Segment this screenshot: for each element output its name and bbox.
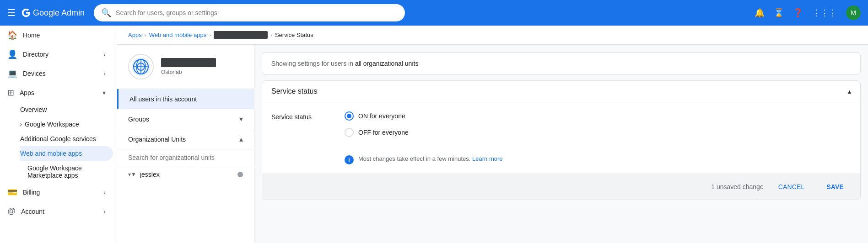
- web-mobile-label: Web and mobile apps: [20, 150, 82, 157]
- overview-label: Overview: [20, 106, 47, 113]
- sidebar-home-label: Home: [23, 32, 40, 39]
- sidebar-item-directory[interactable]: 👤 Directory ›: [0, 45, 113, 64]
- sidebar-item-billing[interactable]: 💳 Billing ›: [0, 183, 113, 202]
- sidebar-item-apps[interactable]: ⊞ Apps ▾: [0, 83, 113, 102]
- sidebar-item-overview[interactable]: Overview: [20, 102, 113, 117]
- sidebar-item-account[interactable]: @ Account ›: [0, 202, 113, 221]
- additional-google-label: Additional Google services: [20, 135, 96, 143]
- avatar[interactable]: M: [846, 5, 861, 20]
- radio-on-label: ON for everyone: [358, 112, 405, 120]
- sidebar-account-label: Account: [21, 208, 44, 215]
- info-banner: Showing settings for users in all organi…: [262, 52, 861, 75]
- app-logo: [128, 54, 154, 79]
- cancel-button[interactable]: CANCEL: [771, 180, 812, 194]
- sidebar-item-additional-google[interactable]: Additional Google services: [20, 132, 113, 146]
- info-note-text: Most changes take effect in a few minute…: [358, 155, 503, 162]
- breadcrumb-chevron-2: ›: [209, 32, 211, 38]
- home-icon: 🏠: [7, 30, 17, 40]
- support-icon[interactable]: ⌛: [774, 8, 784, 18]
- right-panel: Showing settings for users in all organi…: [254, 45, 868, 243]
- org-search-container: [117, 149, 254, 166]
- org-units-section-header[interactable]: Organizational Units ▴: [117, 129, 254, 149]
- groups-label: Groups: [128, 116, 149, 123]
- sidebar-apps-label: Apps: [20, 89, 34, 96]
- sidebar-item-web-mobile[interactable]: Web and mobile apps: [20, 146, 113, 161]
- breadcrumb-web-mobile[interactable]: Web and mobile apps: [149, 32, 207, 38]
- info-circle-icon: i: [345, 155, 354, 164]
- sidebar: 🏠 Home 👤 Directory › 💻 Devices › ⊞ Apps …: [0, 26, 117, 243]
- radio-off-label: OFF for everyone: [358, 129, 409, 136]
- org-item-status-dot: [237, 172, 243, 177]
- breadcrumb-current: Service Status: [275, 32, 313, 38]
- app-name-redacted: [161, 58, 216, 67]
- top-nav: ☰ Google Admin 🔍 🔔 ⌛ ❓ ⋮⋮⋮ M: [0, 0, 868, 26]
- app-info: Ostorlab: [161, 58, 216, 75]
- breadcrumb-chevron-3: ›: [270, 32, 272, 38]
- chevron-down-icon: ▾: [102, 89, 106, 96]
- devices-icon: 💻: [7, 69, 17, 79]
- bell-icon[interactable]: 🔔: [755, 8, 765, 18]
- info-note: i Most changes take effect in a few minu…: [345, 152, 503, 164]
- account-icon: @: [7, 206, 16, 216]
- breadcrumb: Apps › Web and mobile apps › › Service S…: [117, 26, 868, 45]
- app-brand-label: Ostorlab: [161, 69, 216, 75]
- apps-grid-icon: ⊞: [7, 88, 14, 98]
- breadcrumb-redacted: [214, 31, 268, 39]
- help-icon[interactable]: ❓: [793, 8, 803, 18]
- main-content: Apps › Web and mobile apps › › Service S…: [117, 26, 868, 243]
- search-input[interactable]: [116, 9, 398, 16]
- service-card: Service status ▴ Service status ON for e…: [262, 80, 861, 200]
- app-logo-svg: [131, 57, 151, 77]
- sidebar-apps-submenu: Overview › Google Workspace Additional G…: [0, 102, 117, 183]
- brand-logo: Google Admin: [21, 8, 85, 18]
- footer-bar: 1 unsaved change CANCEL SAVE: [262, 174, 860, 200]
- info-bold: all organizational units: [355, 60, 419, 67]
- radio-on-circle: [345, 111, 354, 121]
- radio-off-circle: [345, 128, 354, 137]
- apps-icon[interactable]: ⋮⋮⋮: [812, 8, 837, 18]
- sidebar-billing-label: Billing: [23, 189, 40, 196]
- service-card-title: Service status: [271, 87, 317, 95]
- chevron-right-icon: ›: [103, 70, 106, 77]
- save-button[interactable]: SAVE: [819, 180, 851, 194]
- breadcrumb-chevron-1: ›: [145, 32, 146, 38]
- sidebar-item-home[interactable]: 🏠 Home: [0, 26, 113, 45]
- groups-section-header[interactable]: Groups ▾: [117, 109, 254, 129]
- radio-options: ON for everyone OFF for everyone i Mos: [345, 111, 503, 164]
- sidebar-item-devices[interactable]: 💻 Devices ›: [0, 64, 113, 83]
- org-units-label: Organizational Units: [128, 136, 186, 143]
- radio-off[interactable]: OFF for everyone: [345, 128, 503, 137]
- sidebar-directory-label: Directory: [23, 51, 49, 58]
- all-users-label: All users in this account: [129, 95, 197, 103]
- service-row: Service status ON for everyone OFF for e…: [271, 111, 851, 164]
- org-item-name: jesslex: [140, 171, 160, 178]
- service-card-header[interactable]: Service status ▴: [262, 81, 860, 102]
- unsaved-label: 1 unsaved change: [711, 183, 763, 190]
- google-icon: [21, 8, 31, 18]
- groups-chevron-icon: ▾: [239, 115, 243, 123]
- search-bar[interactable]: 🔍: [94, 4, 405, 21]
- nav-icons: 🔔 ⌛ ❓ ⋮⋮⋮ M: [755, 5, 861, 20]
- search-icon: 🔍: [101, 8, 111, 18]
- org-expand-icon: ▾: [128, 171, 136, 178]
- breadcrumb-apps[interactable]: Apps: [128, 32, 142, 38]
- info-text: Showing settings for users in: [271, 60, 355, 67]
- menu-icon[interactable]: ☰: [7, 7, 16, 18]
- sidebar-item-marketplace[interactable]: Google Workspace Marketplace apps: [20, 161, 113, 183]
- sidebar-item-google-workspace[interactable]: › Google Workspace: [20, 117, 113, 132]
- org-search-input[interactable]: [128, 154, 243, 161]
- directory-icon: 👤: [7, 49, 17, 59]
- chevron-right-icon: ›: [103, 189, 106, 196]
- org-item-jesslex[interactable]: ▾ jesslex: [117, 166, 254, 183]
- org-chevron-icon: ▴: [239, 135, 243, 143]
- all-users-button[interactable]: All users in this account: [117, 89, 254, 109]
- left-panel: Ostorlab All users in this account Group…: [117, 45, 254, 243]
- learn-more-link[interactable]: Learn more: [472, 155, 502, 162]
- layout: 🏠 Home 👤 Directory › 💻 Devices › ⊞ Apps …: [0, 26, 868, 243]
- radio-on[interactable]: ON for everyone: [345, 111, 503, 121]
- service-card-collapse-icon: ▴: [848, 88, 851, 95]
- service-card-body: Service status ON for everyone OFF for e…: [262, 102, 860, 174]
- app-header: Ostorlab: [117, 45, 254, 89]
- billing-icon: 💳: [7, 187, 17, 197]
- sidebar-devices-label: Devices: [23, 70, 46, 77]
